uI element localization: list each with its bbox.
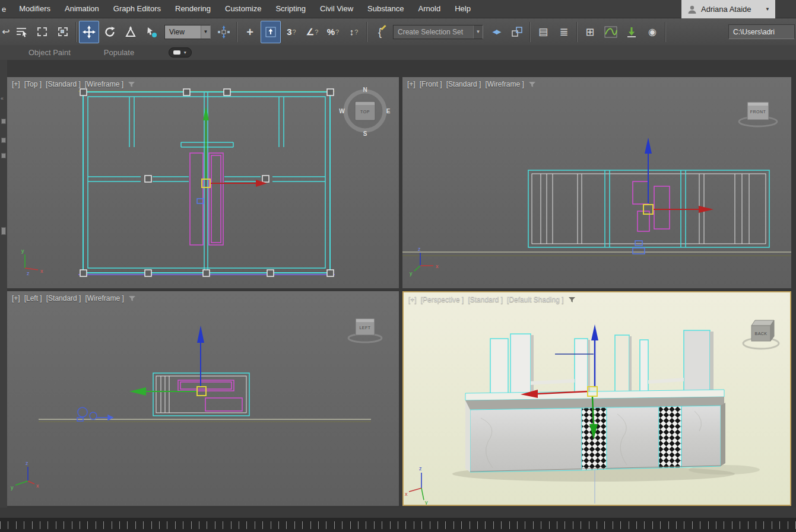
edit-named-selection-sets-button[interactable]: {	[370, 21, 390, 43]
per-view-filter-icon[interactable]	[568, 297, 576, 303]
mirror-button[interactable]: ◀▶	[486, 21, 506, 43]
menu-item-modifiers[interactable]: Modifiers	[12, 0, 58, 18]
angle-snap-toggle-button[interactable]: ∠ ?	[302, 21, 322, 43]
viewcube-perspective[interactable]: BACK	[735, 310, 787, 355]
select-and-place-button[interactable]	[141, 21, 161, 43]
window-crossing-icon	[58, 27, 68, 36]
account-name: Adriana Ataide	[701, 5, 751, 14]
curve-editor-icon	[604, 26, 617, 38]
select-and-move-button[interactable]	[79, 21, 99, 43]
viewport-menu-standard[interactable]: [Standard ]	[468, 295, 503, 304]
menu-item-rendering[interactable]: Rendering	[168, 0, 218, 18]
perspective-viewport-canvas[interactable]: z x y	[404, 292, 790, 505]
select-by-name-button[interactable]	[11, 21, 31, 43]
account-menu[interactable]: Adriana Ataide ▼	[681, 0, 775, 18]
toggle-scene-explorer-button[interactable]: ▤	[533, 21, 553, 43]
viewport-menu-pov[interactable]: [Top ]	[24, 80, 42, 88]
viewport-left[interactable]: [+] [Left ] [Standard ] [Wireframe ]	[7, 291, 399, 506]
svg-text:x: x	[405, 491, 408, 497]
viewport-menu-standard[interactable]: [Standard ]	[46, 80, 81, 88]
percent-snap-toggle-button[interactable]: % ?	[323, 21, 343, 43]
menu-item-arnold[interactable]: Arnold	[411, 0, 448, 18]
snap-magnet-icon: ?	[293, 28, 296, 36]
menu-item-customize[interactable]: Customize	[218, 0, 268, 18]
svg-text:y: y	[425, 499, 428, 505]
viewport-menu-pov[interactable]: [Left ]	[24, 294, 42, 302]
tab-populate[interactable]: Populate	[93, 45, 145, 60]
project-path-field[interactable]: C:\Users\adri	[728, 24, 795, 39]
rotate-icon	[104, 26, 116, 38]
selection-region-icon	[37, 27, 47, 36]
snap-magnet-icon: ?	[315, 28, 318, 36]
viewcube-front[interactable]: FRONT	[731, 89, 785, 130]
viewport-menu-general[interactable]: [+]	[408, 295, 417, 304]
keyboard-override-icon	[265, 27, 276, 37]
viewport-region: « [+] [Top ] [Standard ] [Wireframe ]	[0, 60, 796, 508]
select-and-scale-button[interactable]	[120, 21, 141, 43]
select-and-rotate-button[interactable]	[100, 21, 120, 43]
menu-item-civil-view[interactable]: Civil View	[313, 0, 360, 18]
snaps-toggle-3d-button[interactable]: 3 ?	[281, 21, 302, 43]
curve-editor-button[interactable]	[601, 21, 621, 43]
viewport-menu-general[interactable]: [+]	[407, 80, 416, 88]
viewport-front-label: [+] [Front ] [Standard ] [Wireframe ]	[407, 80, 536, 88]
material-editor-button[interactable]: ◉	[642, 21, 662, 43]
viewport-menu-general[interactable]: [+]	[12, 80, 20, 88]
viewcube-left[interactable]: LEFT	[338, 305, 392, 347]
per-view-filter-icon[interactable]	[528, 81, 536, 88]
named-selection-set-dropdown[interactable]: Create Selection Set ▼	[393, 25, 483, 39]
viewport-menu-pov[interactable]: [Perspective ]	[421, 295, 464, 304]
building-model	[452, 330, 760, 504]
render-frame-window-button[interactable]	[621, 21, 642, 43]
use-pivot-point-button[interactable]	[214, 21, 234, 43]
viewport-menu-standard[interactable]: [Standard ]	[46, 294, 81, 302]
per-view-filter-icon[interactable]	[128, 295, 136, 302]
reference-coordinate-dropdown[interactable]: View ▼	[164, 25, 211, 39]
pencil-icon	[380, 24, 386, 30]
dropdown-caret-icon: ▼	[201, 26, 210, 39]
viewport-front[interactable]: [+] [Front ] [Standard ] [Wireframe ]	[402, 77, 791, 288]
dock-handle[interactable]	[1, 119, 6, 124]
dock-handle[interactable]	[1, 153, 6, 158]
tab-object-paint[interactable]: Object Paint	[18, 45, 81, 60]
viewport-menu-shading[interactable]: [Wireframe ]	[485, 80, 524, 88]
svg-text:BACK: BACK	[754, 332, 767, 336]
ribbon-display-toggle-button[interactable]: ▼	[169, 47, 192, 58]
spinner-snap-toggle-button[interactable]: ↕ ?	[344, 21, 364, 43]
select-and-manipulate-button[interactable]: +	[240, 21, 260, 43]
per-view-filter-icon[interactable]	[128, 81, 135, 88]
place-icon	[145, 26, 157, 38]
snap-magnet-icon: ?	[335, 28, 339, 36]
track-bar[interactable]	[0, 518, 796, 532]
viewport-menu-standard[interactable]: [Standard ]	[446, 80, 481, 88]
viewport-menu-shading[interactable]: [Wireframe ]	[85, 80, 123, 88]
dock-handle[interactable]	[1, 227, 6, 235]
menu-item-help[interactable]: Help	[448, 0, 478, 18]
rectangular-selection-region-button[interactable]	[32, 21, 52, 43]
viewport-menu-shading[interactable]: [Default Shading ]	[507, 295, 563, 304]
align-button[interactable]	[507, 21, 527, 43]
toolbar-separator	[236, 22, 237, 42]
viewport-top[interactable]: [+] [Top ] [Standard ] [Wireframe ]	[7, 77, 399, 288]
ribbon-toggle-icon	[173, 50, 180, 55]
window-crossing-toggle-button[interactable]	[53, 21, 73, 43]
transform-gizmo[interactable]	[129, 326, 206, 396]
dock-handle[interactable]	[1, 138, 6, 143]
menu-item-graph-editors[interactable]: Graph Editors	[106, 0, 168, 18]
undo-button[interactable]: ↩	[1, 21, 11, 43]
menu-item-partial[interactable]: e	[0, 5, 12, 14]
material-sphere-icon: ◉	[648, 27, 657, 37]
viewport-menu-general[interactable]: [+]	[12, 294, 20, 302]
ribbon-tab-bar: Object Paint Populate ▼	[0, 45, 796, 60]
toggle-layer-explorer-button[interactable]: ≣	[554, 21, 574, 43]
viewport-menu-pov[interactable]: [Front ]	[420, 80, 442, 88]
viewcube-top[interactable]: N S W E TOP	[338, 84, 392, 139]
dock-expand-icon[interactable]: «	[1, 95, 4, 101]
menu-item-scripting[interactable]: Scripting	[268, 0, 313, 18]
keyboard-shortcut-override-button[interactable]	[261, 21, 281, 43]
viewport-menu-shading[interactable]: [Wireframe ]	[85, 294, 123, 302]
menu-item-substance[interactable]: Substance	[360, 0, 411, 18]
menu-item-animation[interactable]: Animation	[58, 0, 106, 18]
viewport-perspective[interactable]: [+] [Perspective ] [Standard ] [Default …	[402, 291, 791, 506]
toggle-ribbon-button[interactable]: ⊞	[580, 21, 600, 43]
